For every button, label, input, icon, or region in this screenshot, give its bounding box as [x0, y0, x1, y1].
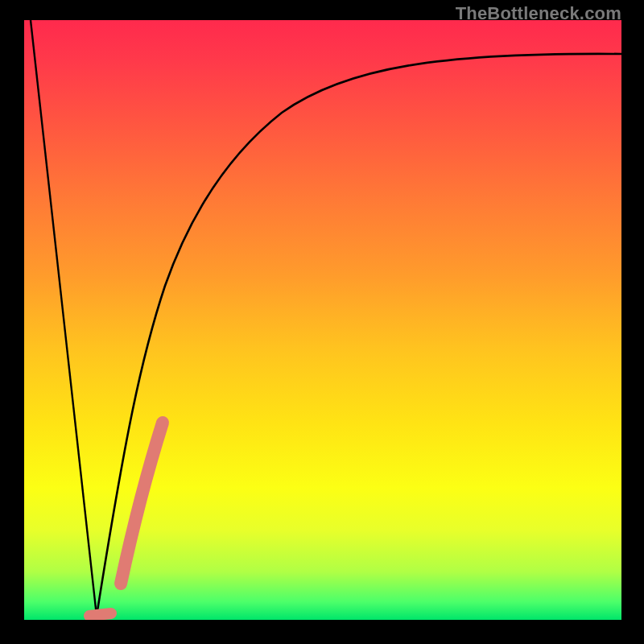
watermark-text: TheBottleneck.com [456, 3, 621, 24]
black-curve [31, 20, 621, 616]
highlight-rise [121, 423, 163, 584]
chart-svg [24, 20, 621, 620]
curve-left-limb [31, 20, 97, 616]
curve-right-limb [97, 54, 621, 616]
chart-frame: TheBottleneck.com [0, 0, 644, 644]
plot-area [24, 20, 621, 620]
highlight-base [89, 613, 111, 616]
